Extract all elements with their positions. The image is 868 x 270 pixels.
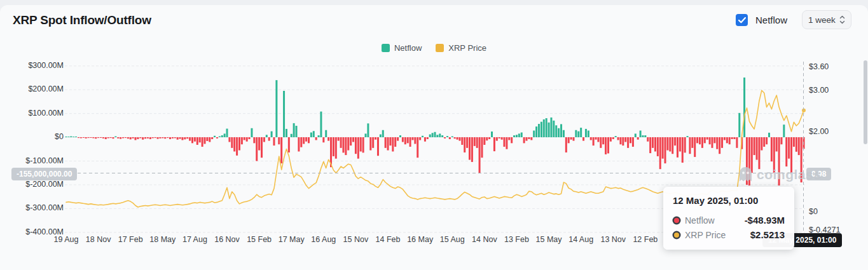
crosshair-y-left-badge: -155,000,000.00: [11, 168, 77, 180]
x-axis-label: 12 Feb: [633, 235, 658, 244]
x-axis-label: 15 Feb: [247, 235, 272, 244]
x-axis-label: 17 Aug: [183, 235, 207, 244]
xrp-price-marker-icon: [674, 233, 679, 238]
y-axis-left-label: $-100.00M: [10, 156, 64, 165]
x-axis-label: 14 Aug: [568, 235, 593, 244]
x-axis-label: 17 May: [279, 235, 305, 244]
tooltip-row-netflow: Netflow -$48.93M: [673, 213, 785, 227]
y-axis-right-label: $0: [809, 207, 860, 216]
x-axis-label: 15 Nov: [343, 235, 369, 244]
y-axis-right-label: $2.00: [809, 127, 860, 136]
tooltip-row-xrp-price: XRP Price $2.5213: [673, 227, 785, 242]
y-axis-right-label: $3.60: [809, 62, 860, 71]
crosshair-y-right-badge: 0.98: [806, 168, 831, 180]
x-axis-label: 16 May: [407, 235, 433, 244]
x-axis-label: 14 Feb: [376, 235, 401, 244]
xrp-spot-inflow-outflow-widget: XRP Spot Inflow/Outflow Netflow 1 week N…: [0, 0, 868, 270]
tooltip-xrp-price-value: $2.5213: [750, 229, 785, 240]
x-axis-label: 13 Nov: [600, 235, 626, 244]
netflow-marker-icon: [674, 218, 679, 223]
y-axis-left-label: $200.00M: [10, 84, 64, 93]
y-axis-right-label: $3.00: [809, 86, 860, 95]
tooltip-xrp-price-label: XRP Price: [685, 230, 726, 240]
y-axis-left-label: $100.00M: [10, 109, 64, 118]
x-axis-label: 18 Nov: [86, 235, 111, 244]
x-axis-label: 16 Nov: [214, 235, 240, 244]
tooltip-netflow-value: -$48.93M: [745, 215, 785, 226]
y-axis-left-label: $-200.00M: [10, 180, 64, 189]
x-axis-label: 19 Aug: [54, 235, 79, 244]
y-axis-left-label: $-300.00M: [10, 203, 64, 212]
tooltip-date: 12 May 2025, 01:00: [673, 195, 785, 206]
x-axis-label: 15 May: [536, 235, 562, 244]
y-axis-left-label: $0: [10, 132, 64, 141]
scrollbar-thumb[interactable]: [864, 60, 867, 144]
x-axis-label: 15 Aug: [440, 235, 465, 244]
x-axis-label: 17 Feb: [118, 235, 143, 244]
tooltip-netflow-label: Netflow: [685, 215, 715, 226]
x-axis-label: 18 May: [149, 235, 176, 244]
y-axis-left-label: $300.00M: [10, 61, 64, 70]
x-axis-label: 13 Feb: [504, 235, 529, 244]
chart-tooltip: 12 May 2025, 01:00 Netflow -$48.93M XRP …: [663, 187, 794, 250]
x-axis-label: 14 Nov: [472, 235, 497, 244]
x-axis-label: 16 Aug: [311, 235, 336, 244]
